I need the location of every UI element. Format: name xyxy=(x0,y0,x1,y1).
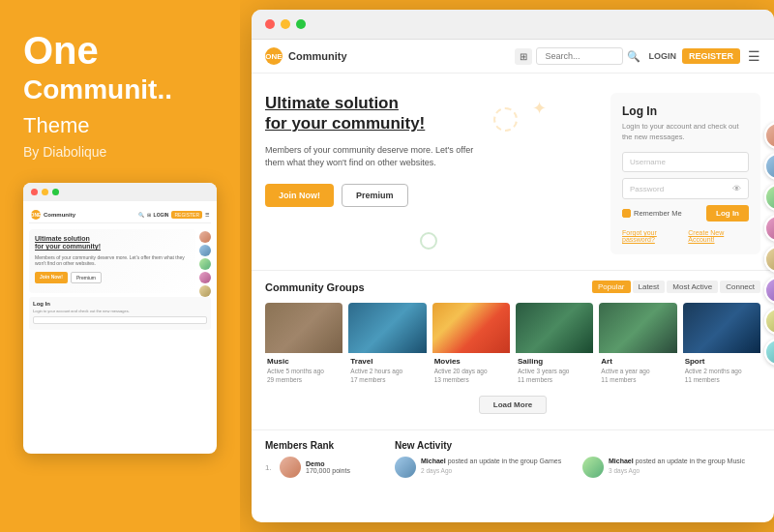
group-info-art: Art Active a year ago 11 members xyxy=(599,353,676,388)
create-account-link[interactable]: Create New Account! xyxy=(688,229,749,243)
mini-avatar-column xyxy=(199,231,211,297)
group-card-sport[interactable]: Sport Active 2 months ago 11 members xyxy=(683,303,760,388)
mini-browser-mockup: ONE Community 🔍 ⊞ LOGIN REGISTER ☰ Ultim… xyxy=(23,183,217,454)
mini-avatar xyxy=(199,258,211,270)
filter-tabs: Popular Latest Most Active Connect xyxy=(592,281,760,293)
hero-buttons: Join Now! Premium xyxy=(265,184,595,207)
group-card-movies[interactable]: Movies Active 20 days ago 13 members xyxy=(432,303,510,388)
filter-tab-latest[interactable]: Latest xyxy=(633,281,666,293)
group-name-music: Music xyxy=(267,357,341,366)
mini-avatar xyxy=(199,231,211,243)
hamburger-icon[interactable]: ☰ xyxy=(748,48,760,64)
search-area: 🔍 xyxy=(536,47,640,65)
mini-avatar xyxy=(199,272,211,283)
group-info-movies: Movies Active 20 days ago 13 members xyxy=(432,353,510,388)
filter-tab-popular[interactable]: Popular xyxy=(592,281,631,293)
login-link[interactable]: LOGIN xyxy=(648,51,676,61)
logo-circle: ONE xyxy=(265,47,283,65)
join-now-button[interactable]: Join Now! xyxy=(265,184,334,207)
new-activity-section: New Activity Michael posted an update in… xyxy=(395,440,760,482)
search-icon[interactable]: 🔍 xyxy=(627,50,640,63)
mini-hero-title: Ultimate solutionfor your community! xyxy=(35,235,190,251)
mini-dot-green xyxy=(52,189,59,195)
sidebar-avatar-3 xyxy=(764,184,774,211)
activity-avatar-2 xyxy=(582,457,604,478)
group-card-art[interactable]: Art Active a year ago 11 members xyxy=(599,303,676,388)
filter-tab-connect[interactable]: Connect xyxy=(720,281,760,293)
mini-nav-actions: 🔍 ⊞ LOGIN REGISTER ☰ xyxy=(138,211,209,219)
group-card-travel[interactable]: Travel Active 2 hours ago 17 members xyxy=(348,303,426,388)
group-name-sport: Sport xyxy=(685,357,759,366)
search-input[interactable] xyxy=(536,47,623,65)
premium-button[interactable]: Premium xyxy=(342,184,408,207)
group-info-travel: Travel Active 2 hours ago 17 members xyxy=(348,353,426,388)
mini-register-btn: REGISTER xyxy=(171,211,202,219)
nav-grid-icon[interactable]: ⊞ xyxy=(515,48,532,65)
decor-circle-2 xyxy=(420,232,437,250)
remember-checkbox[interactable] xyxy=(622,209,631,218)
theme-label: Theme xyxy=(23,113,217,138)
filter-tab-most-active[interactable]: Most Active xyxy=(667,281,718,293)
decor-circle xyxy=(493,107,518,132)
mini-login: LOGIN xyxy=(154,212,169,218)
hero-content: ✦ Ultimate solution for your community! … xyxy=(265,93,595,254)
register-button[interactable]: REGISTER xyxy=(682,48,740,64)
mini-join-btn[interactable]: Join Now! xyxy=(35,272,68,283)
mini-browser-bar xyxy=(23,183,217,201)
group-image-travel xyxy=(348,303,426,353)
mini-login-title: Log In xyxy=(33,301,207,307)
group-image-movies xyxy=(432,303,510,353)
mini-logo-circle: ONE xyxy=(31,210,41,220)
mini-dot-yellow xyxy=(42,189,48,195)
forgot-password-link[interactable]: Forgot your password? xyxy=(622,229,688,243)
community-groups-section: Community Groups Popular Latest Most Act… xyxy=(252,270,774,429)
hero-section: ✦ Ultimate solution for your community! … xyxy=(252,74,774,270)
group-name-travel: Travel xyxy=(350,357,424,366)
sidebar-avatar-8 xyxy=(764,339,774,366)
mini-hero-row: Ultimate solutionfor your community! Mem… xyxy=(29,229,211,297)
logo-text: Community xyxy=(288,50,347,62)
group-info-sport: Sport Active 2 months ago 11 members xyxy=(683,353,760,388)
mini-premium-btn[interactable]: Premium xyxy=(71,272,102,283)
load-more-button[interactable]: Load More xyxy=(479,396,547,414)
activity-item-2: Michael posted an update in the group Mu… xyxy=(582,457,760,478)
rank-avatar xyxy=(280,457,301,478)
group-meta-music: Active 5 months ago 29 members xyxy=(267,367,341,384)
group-card-music[interactable]: Music Active 5 months ago 29 members xyxy=(265,303,342,388)
mini-hamburger: ☰ xyxy=(205,212,209,218)
dot-red xyxy=(265,19,275,29)
sidebar-avatar-1 xyxy=(764,122,774,149)
password-field[interactable]: Password 👁 xyxy=(622,178,749,199)
load-more-row: Load More xyxy=(265,388,760,418)
groups-section-header: Community Groups Popular Latest Most Act… xyxy=(265,281,760,293)
mini-login-desc: Login to your account and check out the … xyxy=(33,309,207,313)
login-form-description: Login to your account and check out the … xyxy=(622,122,749,142)
groups-grid: Music Active 5 months ago 29 members Tra… xyxy=(265,303,760,388)
members-rank-title: Members Rank xyxy=(265,440,381,451)
mini-username-field xyxy=(33,316,207,324)
group-info-sailing: Sailing Active 3 years ago 11 members xyxy=(516,353,593,388)
rank-item-1: 1. Demo 170,000 points xyxy=(265,457,381,478)
mini-hero: Ultimate solutionfor your community! Mem… xyxy=(29,229,195,293)
mini-hero-btns: Join Now! Premium xyxy=(35,272,190,283)
hero-description: Members of your community deserve more. … xyxy=(265,144,478,170)
mini-dot-red xyxy=(31,189,38,195)
group-name-sailing: Sailing xyxy=(518,357,591,366)
group-image-music xyxy=(265,303,342,353)
bottom-section: Members Rank 1. Demo 170,000 points New … xyxy=(252,429,774,491)
sidebar-avatar-4 xyxy=(764,215,774,242)
group-meta-sport: Active 2 months ago 11 members xyxy=(685,367,759,384)
decor-cross-icon: ✦ xyxy=(532,98,547,119)
form-links: Forgot your password? Create New Account… xyxy=(622,229,749,243)
group-image-sport xyxy=(683,303,760,353)
group-card-sailing[interactable]: Sailing Active 3 years ago 11 members xyxy=(516,303,593,388)
sidebar-avatar-2 xyxy=(764,153,774,180)
mini-search-icon: 🔍 xyxy=(138,212,144,218)
login-form: Log In Login to your account and check o… xyxy=(610,93,760,254)
log-in-button[interactable]: Log In xyxy=(706,205,749,222)
username-field[interactable]: Username xyxy=(622,152,749,172)
group-meta-sailing: Active 3 years ago 11 members xyxy=(518,367,591,384)
mini-avatar xyxy=(199,245,211,256)
rank-info: Demo 170,000 points xyxy=(306,460,350,474)
sidebar-avatar-6 xyxy=(764,277,774,304)
